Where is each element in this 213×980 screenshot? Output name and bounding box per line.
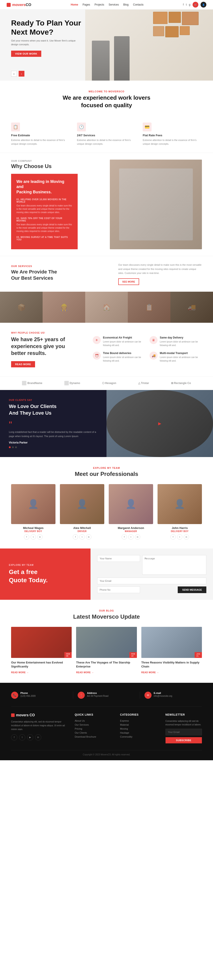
footer-link-pricing[interactable]: Pricing [75, 727, 111, 730]
welcome-heading: We are experienced work lovers focused o… [7, 94, 206, 109]
benefit-time-bound: ⏰ Time Bound deliveries Lorem ipsum dolo… [93, 352, 145, 363]
benefit-multimodal: 🚚 Multi-modal Transport Lorem ipsum dolo… [149, 352, 202, 363]
nav-services[interactable]: Services [108, 3, 119, 6]
team-social-0: f t in [11, 534, 56, 539]
why-item-title-2: 03. MOVING SURVEY AT A TIME THAT SUITS Y… [16, 236, 72, 241]
estimate-icon: 📋 [11, 123, 20, 131]
services-section: OUR SERVICES We Are Provide TheOur Best … [0, 256, 213, 292]
nav-projects[interactable]: Projects [95, 3, 104, 6]
phone-input[interactable] [97, 587, 140, 593]
team-member-1: 👤 Alex Mitchell DRIVER f t in [60, 484, 104, 539]
send-message-button[interactable]: SEND MESSAGE [178, 587, 206, 593]
why-people-title: We have 25+ years ofexperiences give you… [11, 336, 84, 357]
blog-readmore-1[interactable]: READ MORE → [76, 671, 94, 674]
blog-image-2: JAN 21 [141, 627, 202, 658]
social-tw-2[interactable]: t [128, 534, 134, 539]
hero-cta-button[interactable]: VIEW OUR WORK [11, 51, 41, 57]
footer-link-brochure[interactable]: Download Brochure [75, 735, 111, 738]
google-icon[interactable]: g [189, 3, 191, 6]
footer-phone: 📞 Phone (123) 456-2009 [11, 692, 73, 699]
message-textarea[interactable] [142, 555, 206, 575]
dot-1[interactable] [9, 446, 11, 448]
hero-section: Ready To Plan YourNext Move? Get your mo… [0, 10, 213, 81]
benefit-title-0: Economical Air Freight [103, 336, 145, 339]
team-photo-2: 👤 [109, 484, 153, 524]
social-tw-0[interactable]: t [30, 534, 36, 539]
email-field [97, 578, 206, 584]
service-image-3: 🏠 [85, 292, 128, 323]
feature-flat-rate: 💳 Flat Rate Fees Extreme attention to de… [143, 123, 202, 146]
brand-name-1: BrandName [27, 382, 42, 385]
footer-link-services[interactable]: Our Services [75, 724, 111, 726]
blog-title-0: Our Home Entertainment has Evolved Signi… [11, 660, 72, 668]
social-in-3[interactable]: in [184, 534, 189, 539]
testimonial-title: We Love Our ClientsAnd They Love Us [9, 403, 98, 417]
play-button[interactable]: ▶ [106, 390, 213, 457]
twitter-icon[interactable]: t [186, 3, 187, 6]
why-people-cta-button[interactable]: READ MORE [11, 361, 35, 368]
social-tw-1[interactable]: t [79, 534, 85, 539]
why-title: Why Choose Us [11, 163, 103, 169]
services-cta-button[interactable]: SEE MORE [118, 278, 139, 285]
brand-name-5: ⊞ Rectangle Co [171, 382, 191, 385]
nav-links: Home Pages Projects Services Blog Contac… [71, 3, 143, 6]
blog-date-2: JAN 21 [195, 652, 202, 658]
why-right-image [110, 160, 202, 249]
brand-icon-2 [64, 381, 69, 385]
hero-prev-arrow[interactable]: ‹ [11, 71, 17, 76]
social-fb-0[interactable]: f [24, 534, 29, 539]
blog-readmore-2[interactable]: READ MORE → [141, 671, 159, 674]
team-member-2: 👤 Margaret Anderson MANAGER f t in [109, 484, 153, 539]
team-role-3: DELIVERY BOY [157, 530, 202, 533]
footer-cat-material[interactable]: Material [120, 724, 156, 726]
newsletter-subscribe-button[interactable]: SUBSCRIBE [165, 737, 202, 743]
same-day-icon: 🖥 [149, 336, 157, 344]
social-in-2[interactable]: in [135, 534, 140, 539]
cart-icon[interactable]: 🛒 [192, 2, 199, 8]
footer-cat-moving[interactable]: Moving [120, 727, 156, 730]
footer-email-value: info@movesite.org [154, 695, 172, 697]
why-red-heading: We are leading in Moving andPacking Busi… [16, 179, 72, 195]
footer-fb-icon[interactable]: f [11, 734, 17, 740]
nav-contacts[interactable]: Contacts [133, 3, 143, 6]
social-tw-3[interactable]: t [177, 534, 183, 539]
quote-title: Get a freeQuote Today. [9, 568, 82, 584]
blog-label: OUR BLOG [99, 609, 114, 612]
logo[interactable]: moversCO [7, 2, 31, 7]
footer-cat-haulage[interactable]: Haulage [120, 732, 156, 734]
footer-cat-commodity[interactable]: Commodity [120, 735, 156, 738]
footer-copyright: Copyright © 2023 MoversC0. All rights re… [11, 750, 202, 756]
social-in-1[interactable]: in [86, 534, 91, 539]
email-input[interactable] [97, 578, 206, 584]
facebook-icon[interactable]: f [183, 3, 184, 6]
why-item-text-0: Our team discusses every single detail t… [16, 204, 72, 214]
dot-3[interactable] [15, 446, 17, 448]
nav-pages[interactable]: Pages [83, 3, 90, 6]
footer-in-icon[interactable]: in [35, 734, 41, 740]
team-section: EXPLORE MY TEAM Meet our Professionals 👤… [0, 457, 213, 549]
service-image-1: 📦 [0, 292, 43, 323]
why-item-1: 01. HELPING OVER 10,000 MOVERS IN THE WO… [16, 198, 72, 214]
footer-yt-icon[interactable]: ▶ [27, 734, 33, 740]
footer-logo-suffix: CO [30, 713, 35, 717]
footer-link-about[interactable]: About Us [75, 719, 111, 722]
name-input[interactable] [97, 555, 140, 562]
brand-3: ⬡ Hexagon [102, 382, 116, 385]
feature-title-2: Flat Rate Fees [143, 134, 202, 137]
social-fb-2[interactable]: f [122, 534, 127, 539]
footer-cat-express[interactable]: Express [120, 719, 156, 722]
blog-grid: FEB 08 Our Home Entertainment has Evolve… [11, 627, 202, 674]
social-fb-1[interactable]: f [73, 534, 78, 539]
footer-link-clients[interactable]: Our Clients [75, 732, 111, 734]
blog-readmore-0[interactable]: READ MORE → [11, 671, 29, 674]
nav-blog[interactable]: Blog [123, 3, 129, 6]
dot-2[interactable] [12, 446, 14, 448]
social-in-0[interactable]: in [37, 534, 43, 539]
social-fb-3[interactable]: f [170, 534, 176, 539]
user-icon[interactable]: 👤 [200, 2, 206, 8]
newsletter-email-input[interactable] [165, 729, 202, 735]
footer-tw-icon[interactable]: t [19, 734, 25, 740]
nav-home[interactable]: Home [71, 3, 78, 6]
hero-next-arrow[interactable]: › [19, 71, 24, 76]
team-social-2: f t in [109, 534, 153, 539]
